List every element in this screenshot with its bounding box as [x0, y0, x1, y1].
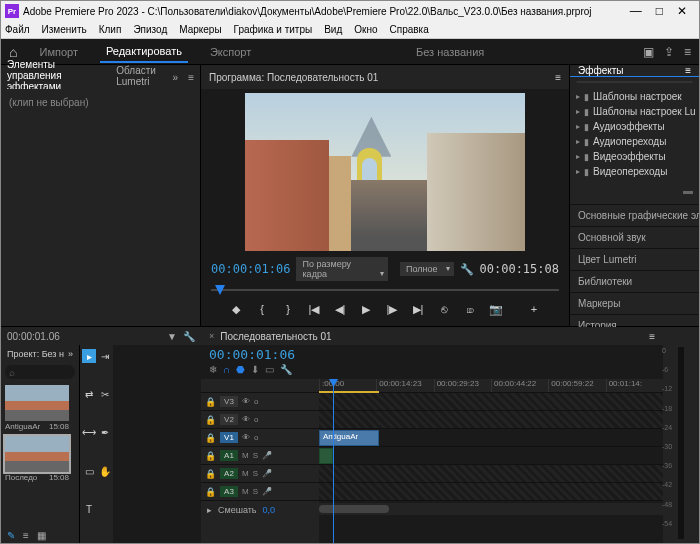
menu-file[interactable]: Файл [5, 24, 30, 35]
edit-icon[interactable]: ✎ [7, 530, 15, 541]
sequence-tab[interactable]: Последовательность 01 [220, 331, 331, 342]
video-clip[interactable]: AntiguaAr [319, 430, 379, 446]
list-view-icon[interactable]: ≡ [23, 530, 29, 541]
track-a3[interactable]: 🔒A3MS🎤 [201, 483, 319, 501]
lift-icon[interactable]: ⎋ [436, 303, 452, 316]
lane-a3[interactable] [319, 483, 663, 501]
marker-icon[interactable]: ⬣ [236, 364, 245, 375]
audio-clip[interactable] [319, 448, 333, 464]
lane-v1[interactable]: AntiguaAr [319, 429, 663, 447]
icon-view-icon[interactable]: ▦ [37, 530, 46, 541]
fx-folder-video-effects[interactable]: ▸▮Видеоэффекты [574, 149, 695, 164]
project-tab[interactable]: Проект: Без н [7, 349, 64, 359]
hand-tool[interactable]: ✋ [98, 464, 112, 478]
panel-essential-sound[interactable]: Основной звук [570, 226, 699, 248]
effects-menu-icon[interactable]: ≡ [685, 65, 691, 76]
track-v2[interactable]: 🔒V2👁o [201, 411, 319, 429]
maximize-button[interactable]: □ [656, 4, 663, 18]
project-search[interactable]: ⌕ [5, 365, 75, 379]
go-to-in-icon[interactable]: |◀ [306, 303, 322, 316]
project-item[interactable]: Последо15:08 [5, 436, 69, 483]
menu-edit[interactable]: Изменить [42, 24, 87, 35]
track-a2[interactable]: 🔒A2MS🎤 [201, 465, 319, 483]
panel-menu-icon[interactable]: ≡ [188, 72, 194, 83]
mark-out-icon[interactable]: } [280, 303, 296, 316]
program-monitor[interactable] [245, 93, 525, 251]
lane-a2[interactable] [319, 465, 663, 483]
settings-icon[interactable]: 🔧 [280, 364, 292, 375]
timeline-tracks[interactable]: :00:0000:00:14:2300:00:29:2300:00:44:220… [319, 379, 663, 543]
resolution-dropdown[interactable]: Полное [400, 262, 454, 276]
marker-add-icon[interactable]: ◆ [228, 303, 244, 316]
track-v3[interactable]: 🔒V3👁o [201, 393, 319, 411]
selection-tool[interactable]: ▸ [82, 349, 96, 363]
button-editor-icon[interactable]: + [526, 303, 542, 316]
panel-more-icon[interactable]: » [173, 72, 179, 83]
rectangle-tool[interactable]: ▭ [82, 464, 96, 478]
panel-markers[interactable]: Маркеры [570, 292, 699, 314]
timeline-menu-icon[interactable]: ≡ [649, 331, 655, 342]
menu-graphics[interactable]: Графика и титры [234, 24, 313, 35]
pen-tool[interactable]: ✒ [98, 426, 112, 440]
quick-export-icon[interactable]: ▣ [643, 45, 654, 59]
track-a1[interactable]: 🔒A1MS🎤 [201, 447, 319, 465]
step-forward-icon[interactable]: |▶ [384, 303, 400, 316]
menu-clip[interactable]: Клип [99, 24, 122, 35]
menu-window[interactable]: Окно [354, 24, 377, 35]
workspace-menu-icon[interactable]: ≡ [684, 45, 691, 59]
minimize-button[interactable]: — [630, 4, 642, 18]
tab-lumetri-scopes[interactable]: Области Lumetri [116, 65, 162, 89]
menu-markers[interactable]: Маркеры [179, 24, 221, 35]
play-icon[interactable]: ▶ [358, 303, 374, 316]
panel-essential-graphics[interactable]: Основные графические элементы [570, 204, 699, 226]
menu-help[interactable]: Справка [390, 24, 429, 35]
program-menu-icon[interactable]: ≡ [555, 72, 561, 83]
mix-row[interactable]: ▸Смешать0,0 [201, 501, 319, 519]
timeline-timecode[interactable]: 00:00:01:06 [209, 347, 295, 362]
settings-icon[interactable]: 🔧 [460, 263, 474, 276]
menu-sequence[interactable]: Эпизод [133, 24, 167, 35]
workspace-export[interactable]: Экспорт [204, 42, 257, 62]
menu-view[interactable]: Вид [324, 24, 342, 35]
type-tool[interactable]: T [82, 503, 96, 517]
program-scrubber[interactable] [201, 283, 569, 297]
export-frame-icon[interactable]: 📷 [488, 303, 504, 316]
close-button[interactable]: ✕ [677, 4, 687, 18]
panel-libraries[interactable]: Библиотеки [570, 270, 699, 292]
effects-search[interactable] [576, 81, 693, 83]
track-select-tool[interactable]: ⇥ [98, 349, 112, 363]
mark-in-icon[interactable]: { [254, 303, 270, 316]
insert-icon[interactable]: ⬇ [251, 364, 259, 375]
fx-folder-lumetri-presets[interactable]: ▸▮Шаблоны настроек Lumetri [574, 104, 695, 119]
overwrite-icon[interactable]: ▭ [265, 364, 274, 375]
sequence-close-icon[interactable]: × [209, 331, 214, 341]
fx-folder-audio-transitions[interactable]: ▸▮Аудиопереходы [574, 134, 695, 149]
share-icon[interactable]: ⇪ [664, 45, 674, 59]
fx-folder-audio-effects[interactable]: ▸▮Аудиоэффекты [574, 119, 695, 134]
filter-icon[interactable]: ▼ [167, 331, 177, 342]
project-more-icon[interactable]: » [68, 349, 73, 359]
fx-folder-video-transitions[interactable]: ▸▮Видеопереходы [574, 164, 695, 179]
ripple-tool[interactable]: ⇄ [82, 387, 96, 401]
lane-v2[interactable] [319, 411, 663, 429]
panel-lumetri-color[interactable]: Цвет Lumetri [570, 248, 699, 270]
home-icon[interactable]: ⌂ [9, 44, 17, 60]
extract-icon[interactable]: ⎄ [462, 303, 478, 316]
wrench-icon[interactable]: 🔧 [183, 331, 195, 342]
slip-tool[interactable]: ⟷ [82, 426, 96, 440]
track-v1[interactable]: 🔒V1👁o [201, 429, 319, 447]
linked-selection-icon[interactable]: ∩ [223, 364, 230, 375]
go-to-out-icon[interactable]: ▶| [410, 303, 426, 316]
workspace-edit[interactable]: Редактировать [100, 41, 188, 63]
program-timecode-left[interactable]: 00:00:01:06 [211, 262, 290, 276]
razor-tool[interactable]: ✂ [98, 387, 112, 401]
new-bin-icon[interactable]: ▬ [683, 185, 693, 196]
lane-a1[interactable] [319, 447, 663, 465]
lane-v3[interactable] [319, 393, 663, 411]
timeline-zoom-scroll[interactable] [319, 503, 663, 515]
zoom-fit-dropdown[interactable]: По размеру кадра [296, 257, 388, 281]
step-back-icon[interactable]: ◀| [332, 303, 348, 316]
timeline-playhead[interactable] [333, 379, 334, 543]
work-area-bar[interactable] [319, 391, 379, 393]
fx-folder-presets[interactable]: ▸▮Шаблоны настроек [574, 89, 695, 104]
